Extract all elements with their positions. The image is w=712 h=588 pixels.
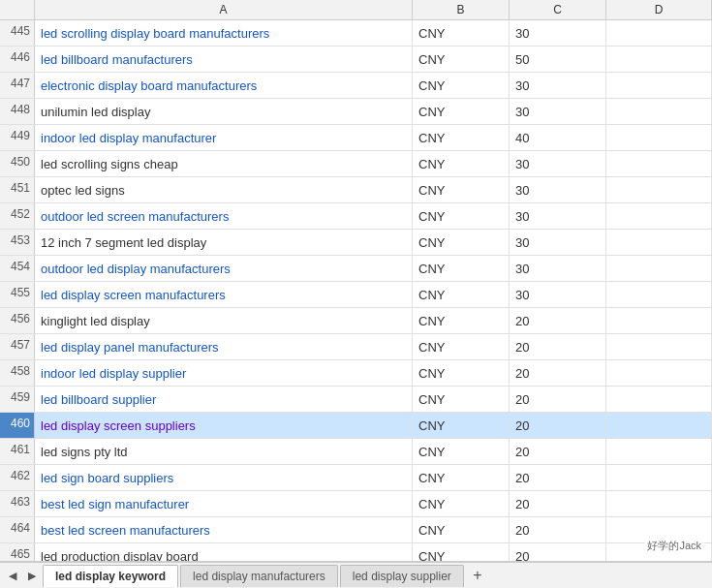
cell-b-464: CNY <box>413 517 510 542</box>
corner-cell <box>0 0 35 19</box>
cell-a-452[interactable]: outdoor led screen manufacturers <box>35 203 413 229</box>
cell-a-464[interactable]: best led screen manufacturers <box>35 517 413 542</box>
row-number-cell: 464 <box>0 517 35 542</box>
tab-add-button[interactable]: + <box>468 566 487 585</box>
table-row[interactable]: 454outdoor led display manufacturersCNY3… <box>0 256 712 282</box>
table-row[interactable]: 459led billboard supplierCNY20 <box>0 387 712 413</box>
col-header-c[interactable]: C <box>510 0 606 19</box>
row-number-cell: 448 <box>0 99 35 124</box>
tab-led-display-manufacturers[interactable]: led display manufacturers <box>180 565 338 587</box>
cell-b-456: CNY <box>413 308 510 333</box>
cell-c-446: 50 <box>510 46 606 72</box>
cell-a-457[interactable]: led display panel manufacturers <box>35 334 413 359</box>
cell-c-462: 20 <box>510 465 606 490</box>
row-number-cell: 446 <box>0 46 35 72</box>
cell-b-451: CNY <box>413 177 510 202</box>
row-number-cell: 462 <box>0 465 35 490</box>
cell-b-458: CNY <box>413 360 510 386</box>
cell-d-452 <box>606 203 712 229</box>
col-header-b[interactable]: B <box>413 0 510 19</box>
cell-a-448: unilumin led display <box>35 99 413 124</box>
cell-b-462: CNY <box>413 465 510 490</box>
table-row[interactable]: 451optec led signsCNY30 <box>0 177 712 203</box>
row-number-cell: 459 <box>0 387 35 412</box>
cell-c-461: 20 <box>510 439 606 464</box>
cell-a-449[interactable]: indoor led display manufacturer <box>35 125 413 150</box>
cell-c-464: 20 <box>510 517 606 542</box>
cell-a-465: led production display board <box>35 543 413 561</box>
tab-led-display-supplier[interactable]: led display supplier <box>340 565 464 587</box>
cell-a-445[interactable]: led scrolling display board manufacturer… <box>35 20 413 46</box>
row-number-cell: 449 <box>0 125 35 150</box>
cell-a-455[interactable]: led display screen manufacturers <box>35 282 413 307</box>
table-row[interactable]: 45312 inch 7 segment led displayCNY30 <box>0 230 712 256</box>
col-header-d[interactable]: D <box>606 0 712 19</box>
cell-d-462 <box>606 465 712 490</box>
table-row[interactable]: 448unilumin led displayCNY30 <box>0 99 712 125</box>
table-row[interactable]: 465led production display boardCNY20 <box>0 543 712 561</box>
table-row[interactable]: 462led sign board suppliersCNY20 <box>0 465 712 491</box>
table-row[interactable]: 456kinglight led displayCNY20 <box>0 308 712 334</box>
row-number-cell: 445 <box>0 20 35 46</box>
table-row[interactable]: 458indoor led display supplierCNY20 <box>0 360 712 387</box>
cell-c-463: 20 <box>510 491 606 516</box>
cell-c-451: 30 <box>510 177 606 202</box>
tab-led-display-keyword[interactable]: led display keyword <box>43 565 178 587</box>
spreadsheet: A B C D 445led scrolling display board m… <box>0 0 712 561</box>
col-header-a[interactable]: A <box>35 0 413 19</box>
table-body: 445led scrolling display board manufactu… <box>0 20 712 561</box>
cell-a-447[interactable]: electronic display board manufacturers <box>35 73 413 98</box>
watermark: 好学的Jack <box>644 538 704 554</box>
cell-a-458[interactable]: indoor led display supplier <box>35 360 413 386</box>
cell-a-461: led signs pty ltd <box>35 439 413 464</box>
cell-a-462[interactable]: led sign board suppliers <box>35 465 413 490</box>
table-row[interactable]: 464best led screen manufacturersCNY20 <box>0 517 712 543</box>
table-row[interactable]: 461led signs pty ltdCNY20 <box>0 439 712 465</box>
bottom-tabs: ◀ ▶ led display keyword led display manu… <box>0 561 712 588</box>
column-header-row: A B C D <box>0 0 712 20</box>
cell-c-454: 30 <box>510 256 606 281</box>
table-row[interactable]: 447electronic display board manufacturer… <box>0 73 712 99</box>
row-number-cell: 458 <box>0 360 35 386</box>
cell-b-449: CNY <box>413 125 510 150</box>
cell-a-460[interactable]: led display screen suppliers <box>35 413 413 438</box>
row-number-cell: 460 <box>0 413 35 438</box>
cell-c-450: 30 <box>510 151 606 176</box>
row-number-cell: 461 <box>0 439 35 464</box>
cell-c-455: 30 <box>510 282 606 307</box>
cell-b-465: CNY <box>413 543 510 561</box>
cell-c-460: 20 <box>510 413 606 438</box>
cell-a-454[interactable]: outdoor led display manufacturers <box>35 256 413 281</box>
table-row[interactable]: 457led display panel manufacturersCNY20 <box>0 334 712 360</box>
table-row[interactable]: 452outdoor led screen manufacturersCNY30 <box>0 203 712 230</box>
table-row[interactable]: 450led scrolling signs cheapCNY30 <box>0 151 712 177</box>
cell-d-458 <box>606 360 712 386</box>
cell-b-447: CNY <box>413 73 510 98</box>
cell-c-448: 30 <box>510 99 606 124</box>
table-row[interactable]: 449indoor led display manufacturerCNY40 <box>0 125 712 151</box>
cell-b-452: CNY <box>413 203 510 229</box>
row-number-cell: 465 <box>0 543 35 561</box>
cell-d-447 <box>606 73 712 98</box>
cell-d-460 <box>606 413 712 438</box>
cell-c-452: 30 <box>510 203 606 229</box>
table-row[interactable]: 460led display screen suppliersCNY20 <box>0 413 712 439</box>
row-number-cell: 456 <box>0 308 35 333</box>
table-row[interactable]: 446led billboard manufacturersCNY50 <box>0 46 712 73</box>
cell-a-456: kinglight led display <box>35 308 413 333</box>
table-row[interactable]: 463best led sign manufacturerCNY20 <box>0 491 712 517</box>
table-row[interactable]: 455led display screen manufacturersCNY30 <box>0 282 712 308</box>
cell-b-446: CNY <box>413 46 510 72</box>
tab-nav-prev[interactable]: ◀ <box>4 567 21 584</box>
cell-a-446[interactable]: led billboard manufacturers <box>35 46 413 72</box>
table-row[interactable]: 445led scrolling display board manufactu… <box>0 20 712 46</box>
cell-a-463[interactable]: best led sign manufacturer <box>35 491 413 516</box>
cell-d-459 <box>606 387 712 412</box>
cell-b-450: CNY <box>413 151 510 176</box>
row-number-cell: 452 <box>0 203 35 229</box>
cell-b-453: CNY <box>413 230 510 255</box>
cell-d-463 <box>606 491 712 516</box>
row-number-cell: 450 <box>0 151 35 176</box>
cell-a-459[interactable]: led billboard supplier <box>35 387 413 412</box>
tab-nav-next[interactable]: ▶ <box>23 567 41 584</box>
